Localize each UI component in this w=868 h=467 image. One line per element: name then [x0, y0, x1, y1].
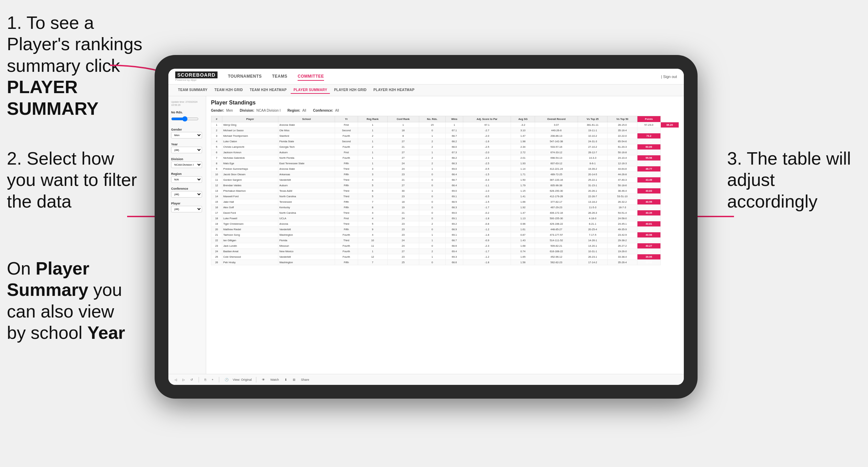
toolbar-watch-label[interactable]: Watch — [269, 377, 280, 382]
subnav-team-h2h-heatmap[interactable]: TEAM H2H HEATMAP — [247, 87, 289, 94]
nav-items: TOURNAMENTS TEAMS COMMITTEE — [228, 73, 661, 81]
table-row: 25Cole SherwoodVanderbiltFourth1223169.3… — [211, 254, 679, 260]
conference-label: Conference — [171, 187, 203, 190]
table-row: 3Michael ThorbjornsenStanfordFourth28168… — [211, 133, 679, 139]
annotation-topleft-num: 1. — [7, 13, 22, 33]
col-conf-rank: Conf Rank — [387, 116, 419, 122]
annotation-right-num: 3. — [727, 148, 742, 168]
region-select[interactable]: N/A — [171, 176, 202, 183]
region-label: Region — [171, 172, 203, 176]
filter-division: Division: NCAA Division I — [240, 109, 281, 112]
nav-item-tournaments[interactable]: TOURNAMENTS — [228, 73, 262, 81]
col-no-rds: No. Rds. — [419, 116, 445, 122]
conference-select[interactable]: (All) — [171, 191, 202, 198]
player-select[interactable]: (All) — [171, 206, 202, 212]
update-time: Update time: 27/03/2024 16:56:26 — [171, 100, 203, 107]
toolbar-copy[interactable]: ⎘ — [203, 377, 208, 382]
logo-text: SCOREBOARD — [175, 71, 218, 78]
annotation-midleft: 2. Select how you want to filter the dat… — [7, 148, 137, 212]
table-row: 10Jacob Skov OlesenArkansasFifth323068.4… — [211, 172, 679, 177]
nav-item-teams[interactable]: TEAMS — [272, 73, 288, 81]
year-select[interactable]: (All) — [171, 147, 202, 153]
year-label: Year — [171, 143, 203, 146]
table-row: 2Michael Le SassoOle MissSecond118067.1-… — [211, 128, 679, 133]
filter-conference-label: Conference: — [313, 109, 333, 112]
toolbar-reload[interactable]: ↺ — [189, 377, 194, 382]
toolbar-forward[interactable]: ▷ — [181, 377, 186, 382]
table-row: 22Ian GilliganFloridaThird1024168.7-0.91… — [211, 238, 679, 243]
filter-region-value: All — [302, 109, 306, 112]
toolbar-eye[interactable]: 👁 — [260, 377, 266, 382]
bottom-toolbar: ◁ ▷ ↺ ⎘ + 🕐 View: Original 👁 Watch ⬇ ⊞ S… — [168, 374, 684, 385]
toolbar-grid[interactable]: ⊞ — [291, 377, 297, 382]
no-rds-input[interactable] — [171, 115, 199, 123]
filter-conference-value: All — [335, 109, 339, 112]
toolbar-add[interactable]: + — [210, 377, 215, 382]
table-row: 11Gordon SargentVanderbiltThird421068.7-… — [211, 177, 679, 183]
division-label: Division — [171, 157, 203, 161]
filter-division-label: Division: — [240, 109, 254, 112]
subnav-team-summary[interactable]: TEAM SUMMARY — [175, 87, 210, 94]
col-vs-top50: Vs Top 50 — [608, 116, 637, 122]
col-avg-sg: Avg SG — [511, 116, 535, 122]
table-row: 23Jack LundinMissouriFourth1124068.6-2.3… — [211, 243, 679, 249]
col-reg-rank: Reg Rank — [358, 116, 387, 122]
logo-sub: Powered by dippi — [175, 78, 218, 81]
toolbar-divider-3 — [256, 377, 256, 382]
annotation-topleft: 1. To see a Player's rankings summary cl… — [7, 12, 151, 119]
toolbar-view: View: Original — [233, 378, 252, 381]
division-select[interactable]: NCAA Division I — [171, 162, 202, 168]
subnav-player-h2h-heatmap[interactable]: PLAYER H2H HEATMAP — [371, 87, 417, 94]
table-row: 7Nicholas GabrelcikNorth FloridaFourth12… — [211, 155, 679, 161]
table-row: 14Maxwell FordNorth CarolinaThird523069.… — [211, 194, 679, 199]
col-adj-score: Adj. Score to Par — [463, 116, 511, 122]
table-title: Player Standings — [211, 100, 679, 106]
table-row: 16Alex GoffKentuckyFifth819068.3-1.71.92… — [211, 205, 679, 210]
no-rds-label: No Rds. — [171, 111, 203, 114]
table-area: Player Standings Gender: Men Division: N… — [206, 96, 684, 374]
filter-division-value: NCAA Division I — [256, 109, 281, 112]
col-overall-record: Overall Record — [535, 116, 578, 122]
annotation-topleft-text1: To see a Player's rankings summary click — [7, 13, 142, 76]
toolbar-divider-1 — [199, 377, 199, 382]
table-row: 26Petr HrubyWashingtonFifth725068.6-1.81… — [211, 260, 679, 265]
col-wins: Wins — [445, 116, 463, 122]
table-row: 5Christo LamprechtGeorgia TechFourth2212… — [211, 144, 679, 150]
tablet-device: SCOREBOARD Powered by dippi TOURNAMENTS … — [155, 55, 698, 399]
filter-row: Gender: Men Division: NCAA Division I Re… — [211, 109, 679, 112]
table-row: 4Luke ClatonFlorida StateSecond127268.2-… — [211, 139, 679, 144]
annotation-bottomleft-bold2: Year — [87, 323, 125, 343]
nav-item-committee[interactable]: COMMITTEE — [298, 73, 324, 81]
toolbar-back[interactable]: ◁ — [173, 377, 178, 382]
table-row: 19Tiger ChristensenArizonaThird523269.2-… — [211, 221, 679, 227]
annotation-right-text: The table will adjust accordingly — [727, 148, 851, 211]
nav-right: | Sign out — [661, 75, 677, 79]
toolbar-view-label[interactable]: View: Original — [233, 378, 252, 381]
toolbar-share-label[interactable]: Share — [300, 377, 311, 382]
table-row: 15Jake HallTennesseeFifth718068.5-1.51.6… — [211, 199, 679, 205]
sign-out-link[interactable]: | Sign out — [661, 75, 677, 79]
tablet-screen: SCOREBOARD Powered by dippi TOURNAMENTS … — [168, 69, 684, 385]
table-row: 17David FordNorth CarolinaThird421069.0-… — [211, 210, 679, 216]
toolbar-download[interactable]: ⬇ — [283, 377, 289, 382]
table-row: 6Jackson KoivunAuburnFirst127167.3-2.02.… — [211, 150, 679, 155]
filter-gender: Gender: Men — [211, 109, 233, 112]
annotation-topleft-bold: PLAYER SUMMARY — [7, 77, 99, 118]
subnav-team-h2h-grid[interactable]: TEAM H2H GRID — [212, 87, 246, 94]
table-row: 20Matthew RiedelVanderbiltFifth923068.9-… — [211, 227, 679, 232]
table-row: 8Mats EgeEast Tennessee StateFifth124268… — [211, 161, 679, 166]
table-row: 18Luke PowellUCLAFirst424069.1-1.81.1350… — [211, 216, 679, 221]
toolbar-clock[interactable]: 🕐 — [223, 377, 230, 382]
gender-select[interactable]: Men — [171, 132, 202, 138]
col-points: Points — [637, 116, 660, 122]
table-row: 12Brendan ValdesAuburnFifth527068.4-1.11… — [211, 183, 679, 188]
filter-gender-value: Men — [226, 109, 233, 112]
col-school: School — [278, 116, 335, 122]
subnav-player-h2h-grid[interactable]: PLAYER H2H GRID — [331, 87, 369, 94]
col-yr: Yr — [335, 116, 358, 122]
subnav-player-summary[interactable]: PLAYER SUMMARY — [291, 87, 330, 94]
filter-region: Region: All — [288, 109, 306, 112]
table-row: 24Bastian AmatNew MexicoFourth127269.4-1… — [211, 249, 679, 254]
annotation-midleft-num: 2. — [7, 148, 22, 168]
filter-region-label: Region: — [288, 109, 300, 112]
